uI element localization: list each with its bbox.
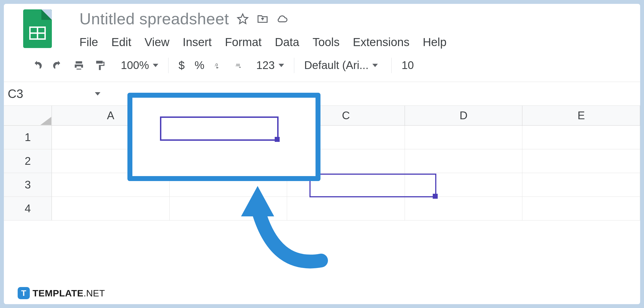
paint-format-button[interactable] [94,60,105,71]
cell-c3[interactable] [287,173,405,197]
cell-a3[interactable] [52,173,170,197]
chevron-down-icon [372,64,378,67]
cell-d2[interactable] [405,149,523,173]
svg-text:.0: .0 [214,62,218,67]
menu-bar: File Edit View Insert Format Data Tools … [79,36,640,49]
cell-c1[interactable] [287,126,405,149]
grid-row: 4 [4,197,640,221]
cell-b3[interactable] [170,173,287,197]
header: Untitled spreadsheet File Edit View Inse… [4,4,640,49]
name-box-row: C3 [4,82,640,106]
name-box[interactable]: C3 [4,82,109,105]
menu-data[interactable]: Data [275,36,299,49]
column-header-b[interactable]: B [170,106,287,125]
column-header-a[interactable]: A [52,106,170,125]
chevron-down-icon [153,64,158,67]
move-folder-icon[interactable] [256,13,269,25]
watermark-label: TEMPLATE.NET [33,288,105,299]
cell-e1[interactable] [522,126,640,149]
column-header-d[interactable]: D [405,106,523,125]
grid-row: 2 [4,149,640,173]
format-label: 123 [256,59,275,71]
grid-row: 1 [4,126,640,149]
cell-a2[interactable] [52,149,170,173]
row-header-4[interactable]: 4 [4,197,52,220]
cell-d1[interactable] [405,126,523,149]
svg-text:.00: .00 [235,63,240,67]
menu-edit[interactable]: Edit [111,36,131,49]
increase-decimal-button[interactable]: .00 [235,60,246,71]
cell-e2[interactable] [522,149,640,173]
column-header-e[interactable]: E [522,106,640,125]
cell-a1[interactable] [52,126,170,149]
watermark-extension: .NET [84,288,105,298]
cell-b2[interactable] [170,149,287,173]
menu-format[interactable]: Format [225,36,261,49]
title-row: Untitled spreadsheet [79,9,640,28]
row-header-1[interactable]: 1 [4,126,52,149]
name-box-value: C3 [8,87,23,101]
column-headers: A B C D E [4,106,640,126]
more-formats-dropdown[interactable]: 123 [256,59,284,71]
decrease-decimal-button[interactable]: .0 [214,60,225,71]
cell-e3[interactable] [522,173,640,197]
spreadsheet-grid: A B C D E 1 2 3 [4,106,640,221]
sheets-logo-icon[interactable] [23,9,52,48]
title-area: Untitled spreadsheet File Edit View Inse… [79,9,640,49]
star-icon[interactable] [237,13,249,25]
font-name: Default (Ari... [304,59,368,71]
watermark-name: TEMPLATE [33,288,84,298]
toolbar: 100% $ % .0 .00 123 Default (Ari... 10 [4,49,640,82]
cell-d3[interactable] [405,173,523,197]
redo-button[interactable] [52,60,63,71]
spreadsheet-app: Untitled spreadsheet File Edit View Inse… [4,4,640,304]
cell-c2[interactable] [287,149,405,173]
cell-c4[interactable] [287,197,405,220]
menu-help[interactable]: Help [423,36,447,49]
cell-d4[interactable] [405,197,523,220]
select-all-corner[interactable] [4,106,52,125]
separator [294,58,294,73]
menu-tools[interactable]: Tools [312,36,340,49]
print-button[interactable] [73,60,84,71]
menu-file[interactable]: File [79,36,98,49]
font-dropdown[interactable]: Default (Ari... [304,59,381,71]
zoom-value: 100% [121,59,149,71]
watermark: T TEMPLATE.NET [18,287,105,299]
cell-b4[interactable] [170,197,287,220]
row-header-2[interactable]: 2 [4,149,52,173]
cell-b1[interactable] [170,126,287,149]
cell-a4[interactable] [52,197,170,220]
chevron-down-icon [279,64,284,67]
chevron-down-icon [95,92,100,95]
grid-row: 3 [4,173,640,197]
document-title[interactable]: Untitled spreadsheet [79,9,229,28]
menu-insert[interactable]: Insert [183,36,212,49]
separator [168,58,169,73]
row-header-3[interactable]: 3 [4,173,52,197]
menu-view[interactable]: View [145,36,169,49]
cloud-status-icon[interactable] [276,13,288,25]
currency-button[interactable]: $ [178,59,185,71]
zoom-dropdown[interactable]: 100% [121,59,158,71]
separator [391,58,392,73]
percent-button[interactable]: % [195,59,205,71]
watermark-badge-icon: T [18,287,30,299]
undo-button[interactable] [31,60,42,71]
menu-extensions[interactable]: Extensions [353,36,409,49]
cell-e4[interactable] [522,197,640,220]
column-header-c[interactable]: C [287,106,405,125]
font-size-input[interactable]: 10 [402,59,414,71]
